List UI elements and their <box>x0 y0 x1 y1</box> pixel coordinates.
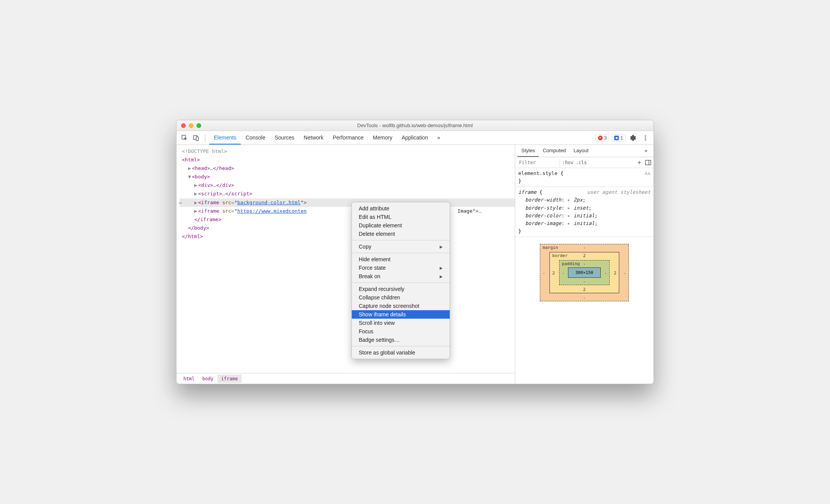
errors-count: 3 <box>604 135 607 141</box>
hov-toggle[interactable]: :hov <box>562 160 573 165</box>
issue-icon: ■ <box>614 136 619 140</box>
ptab-styles[interactable]: Styles <box>517 145 539 157</box>
bm-content: 300×150 <box>568 267 600 278</box>
styles-filter-bar: :hov .cls + <box>515 157 654 168</box>
dom-doctype: <!DOCTYPE html> <box>180 147 515 156</box>
device-toolbar-icon[interactable] <box>191 133 201 143</box>
issues-count: 1 <box>620 135 623 141</box>
ptab-layout[interactable]: Layout <box>570 145 592 157</box>
ctx-show-iframe-details[interactable]: Show iframe details <box>352 310 450 319</box>
ctx-delete-element[interactable]: Delete element <box>352 230 450 238</box>
tab-elements[interactable]: Elements <box>209 131 241 144</box>
ctx-capture-node-screenshot[interactable]: Capture node screenshot <box>352 302 450 310</box>
ctx-force-state[interactable]: Force state <box>352 264 450 272</box>
titlebar: DevTools - wolfib.github.io/web-demos/js… <box>176 120 654 131</box>
bm-border-left: 2 <box>552 270 555 275</box>
new-style-rule-icon[interactable]: + <box>637 159 641 166</box>
bm-margin-left: - <box>543 270 545 275</box>
ctx-badge-settings[interactable]: Badge settings… <box>352 336 450 344</box>
bm-padding-label: padding <box>562 261 580 266</box>
tab-sources[interactable]: Sources <box>270 131 299 144</box>
dom-body-close[interactable]: </body> <box>180 224 515 232</box>
ctx-separator <box>352 346 450 346</box>
error-icon: ✕ <box>598 136 603 140</box>
ctx-separator <box>352 253 450 253</box>
context-menu: Add attribute Edit as HTML Duplicate ele… <box>351 202 450 359</box>
ctx-edit-as-html[interactable]: Edit as HTML <box>352 213 450 221</box>
breadcrumb: html body iframe <box>176 373 515 384</box>
tabs-overflow[interactable]: » <box>433 131 445 144</box>
svg-point-5 <box>645 139 646 140</box>
more-icon[interactable] <box>640 133 650 143</box>
dom-head[interactable]: ▶<head>…</head> <box>180 164 515 173</box>
ctx-hide-element[interactable]: Hide element <box>352 255 450 264</box>
ctx-separator <box>352 282 450 283</box>
main-toolbar: Elements Console Sources Network Perform… <box>176 131 654 145</box>
dom-iframe-2[interactable]: ▶<iframe src="https://www.mixedconten Im… <box>180 207 515 215</box>
ptab-overflow[interactable]: » <box>641 145 651 157</box>
ctx-expand-recursively[interactable]: Expand recursively <box>352 285 450 293</box>
tab-console[interactable]: Console <box>241 131 270 144</box>
ctx-duplicate-element[interactable]: Duplicate element <box>352 221 450 230</box>
ua-iframe-rule[interactable]: iframe {user agent stylesheet border-wid… <box>515 187 654 237</box>
toggle-sidebar-icon[interactable] <box>645 160 651 165</box>
crumb-iframe[interactable]: iframe <box>217 375 242 383</box>
ctx-copy[interactable]: Copy <box>352 242 450 251</box>
ptab-computed[interactable]: Computed <box>539 145 570 157</box>
bm-margin-right: - <box>623 270 626 275</box>
svg-rect-2 <box>196 137 198 141</box>
svg-point-3 <box>645 135 646 136</box>
dom-iframe-2-close[interactable]: </iframe> <box>180 215 515 224</box>
bm-border-label: border <box>552 253 568 258</box>
ctx-add-attribute[interactable]: Add attribute <box>352 204 450 213</box>
bm-padding-bottom: - <box>583 279 586 284</box>
dom-html-close[interactable]: </html> <box>180 232 515 241</box>
svg-point-4 <box>645 137 646 138</box>
element-style-rule[interactable]: element.style {AA } <box>515 168 654 187</box>
dom-script[interactable]: ▶<script>…</script> <box>180 190 515 198</box>
ctx-collapse-children[interactable]: Collapse children <box>352 293 450 302</box>
inspect-element-icon[interactable] <box>180 133 190 143</box>
errors-badge[interactable]: ✕ 3 <box>595 134 610 141</box>
styles-tabs: Styles Computed Layout » <box>515 145 654 157</box>
ctx-scroll-into-view[interactable]: Scroll into view <box>352 319 450 327</box>
dom-tree[interactable]: <!DOCTYPE html> <html> ▶<head>…</head> ▼… <box>176 145 515 373</box>
elements-panel: <!DOCTYPE html> <html> ▶<head>…</head> ▼… <box>176 145 515 384</box>
crumb-body[interactable]: body <box>198 375 217 383</box>
issues-badge[interactable]: ■ 1 <box>612 134 626 141</box>
bm-margin-label: margin <box>543 245 558 250</box>
dom-body-open[interactable]: ▼<body> <box>180 173 515 181</box>
ctx-separator <box>352 240 450 240</box>
bm-padding-left: - <box>562 270 565 275</box>
styles-filter-input[interactable] <box>517 158 560 167</box>
toolbar-separator <box>205 134 205 142</box>
styles-pane: Styles Computed Layout » :hov .cls + ele… <box>515 145 654 384</box>
box-model[interactable]: margin - - - - border 2 2 2 2 padding - <box>515 237 654 308</box>
bm-padding-right: - <box>604 270 607 275</box>
tab-network[interactable]: Network <box>299 131 328 144</box>
ctx-focus[interactable]: Focus <box>352 327 450 336</box>
bm-padding-top: - <box>583 261 586 266</box>
bm-margin-bottom: - <box>583 295 586 300</box>
bm-border-right: 2 <box>614 270 617 275</box>
window-title: DevTools - wolfib.github.io/web-demos/js… <box>176 123 654 128</box>
tab-performance[interactable]: Performance <box>328 131 368 144</box>
devtools-window: DevTools - wolfib.github.io/web-demos/js… <box>176 120 654 384</box>
font-size-icon[interactable]: AA <box>644 170 650 177</box>
bm-border-bottom: 2 <box>583 287 586 292</box>
dom-html-open[interactable]: <html> <box>180 156 515 164</box>
ctx-break-on[interactable]: Break on <box>352 272 450 281</box>
bm-border-top: 2 <box>583 253 586 258</box>
tab-memory[interactable]: Memory <box>368 131 397 144</box>
dom-iframe-selected[interactable]: ▶<iframe src="background-color.html"> <box>180 198 515 207</box>
cls-toggle[interactable]: .cls <box>576 160 587 165</box>
dom-div[interactable]: ▶<div>…</div> <box>180 181 515 190</box>
crumb-html[interactable]: html <box>180 375 198 383</box>
settings-icon[interactable] <box>628 133 638 143</box>
tab-application[interactable]: Application <box>397 131 433 144</box>
svg-rect-6 <box>645 160 651 165</box>
bm-margin-top: - <box>583 245 586 250</box>
ctx-store-global[interactable]: Store as global variable <box>352 348 450 357</box>
main-tabs: Elements Console Sources Network Perform… <box>209 131 445 144</box>
